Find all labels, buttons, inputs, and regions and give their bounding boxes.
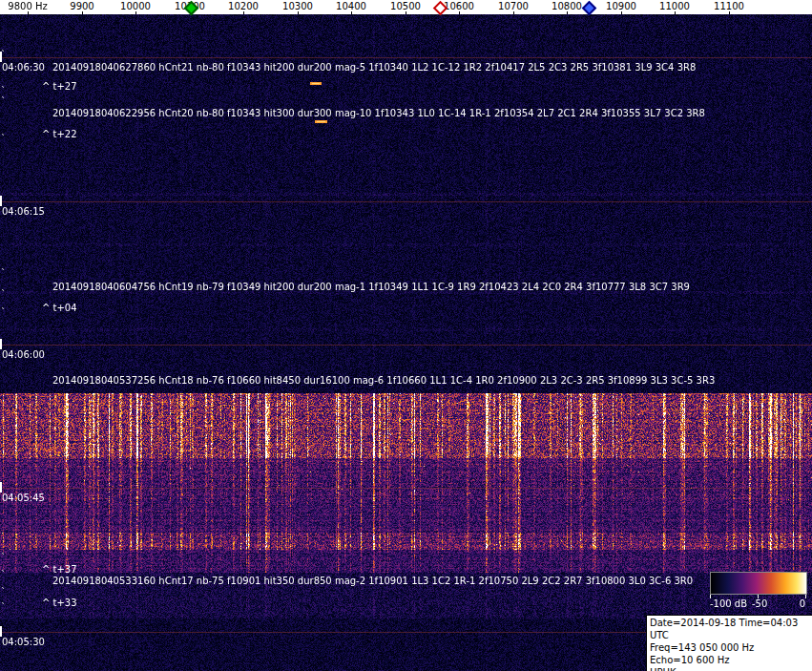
freq-tick-mark xyxy=(82,11,83,14)
freq-tick-label: 11100 xyxy=(714,1,744,11)
freq-tick-label: 10200 xyxy=(228,1,259,11)
event-annotation: 20140918040533160 hCnt17 nb-75 f10901 hi… xyxy=(52,576,693,586)
colorbar-mid-label: -50 xyxy=(752,598,767,609)
time-axis-label: 04:06:15 xyxy=(2,206,45,217)
edge-event-mark: ` xyxy=(1,289,6,300)
event-annotation: 20140918040537256 hCnt18 nb-76 f10660 hi… xyxy=(52,375,715,386)
info-echo-line: Echo=10 600 Hz xyxy=(650,654,810,666)
time-gridline xyxy=(0,201,812,202)
edge-event-mark: ` xyxy=(1,602,6,613)
event-annotation: 20140918040622956 hCnt20 nb-80 f10343 hi… xyxy=(52,108,705,118)
time-axis-label: 04:06:30 xyxy=(2,62,45,73)
freq-tick-label: 10600 xyxy=(444,1,474,11)
edge-event-mark: ` xyxy=(1,50,6,60)
edge-event-mark: ` xyxy=(1,86,6,96)
event-time-offset: ^ t+27 xyxy=(42,81,77,92)
time-gridline xyxy=(0,345,812,346)
freq-tick-label: 10300 xyxy=(282,1,313,11)
event-time-offset: ^ t+37 xyxy=(42,564,77,575)
freq-tick-label: 10000 xyxy=(120,1,151,11)
edge-event-mark: ` xyxy=(1,134,6,144)
spectrogram-display: 9800 Hz990010000101001020010300104001050… xyxy=(0,0,812,671)
freq-tick-label: 11000 xyxy=(659,1,690,11)
time-tick-mark xyxy=(0,482,2,493)
info-freq-line: Freq=143 050 000 Hz xyxy=(650,641,810,654)
edge-event-mark: ` xyxy=(1,96,6,107)
time-axis-label: 04:05:30 xyxy=(2,637,45,647)
freq-tick-label: 10400 xyxy=(336,1,366,11)
freq-tick-mark xyxy=(298,11,299,14)
freq-tick-mark xyxy=(406,11,406,14)
frequency-axis: 9800 Hz990010000101001020010300104001050… xyxy=(0,0,812,14)
freq-tick-label: 10700 xyxy=(498,1,529,11)
freq-tick-mark xyxy=(28,11,29,14)
freq-tick-mark xyxy=(567,11,568,14)
colorbar: -100 dB -50 0 xyxy=(710,572,807,610)
freq-tick-mark xyxy=(729,11,730,14)
edge-event-mark: ` xyxy=(1,268,6,279)
time-tick-mark xyxy=(0,196,2,206)
info-station-line: HPHK xyxy=(650,666,810,671)
edge-event-mark: ` xyxy=(1,587,6,598)
time-gridline xyxy=(0,488,812,489)
freq-tick-label: 9900 xyxy=(70,1,94,11)
freq-tick-label: 9800 Hz xyxy=(8,1,47,11)
freq-tick-label: 10500 xyxy=(390,1,421,11)
event-annotation: 20140918040627860 hCnt21 nb-80 f10343 hi… xyxy=(52,62,696,73)
colorbar-min-label: -100 dB xyxy=(710,598,747,609)
event-annotation: 20140918040604756 hCnt19 nb-79 f10349 hi… xyxy=(52,282,690,292)
info-box: Date=2014-09-18 Time=04:03 UTC Freq=143 … xyxy=(646,615,812,671)
freq-tick-mark xyxy=(351,11,352,14)
colorbar-labels: -100 dB -50 0 xyxy=(710,598,807,610)
edge-event-mark: ` xyxy=(1,307,6,318)
event-time-offset: ^ t+33 xyxy=(42,598,77,608)
freq-tick-mark xyxy=(675,11,676,14)
colorbar-max-label: 0 xyxy=(800,598,805,609)
event-time-offset: ^ t+22 xyxy=(42,129,77,139)
colorbar-gradient xyxy=(710,572,807,595)
time-gridline xyxy=(0,57,812,58)
time-tick-mark xyxy=(0,339,2,349)
edge-event-mark: ` xyxy=(1,570,6,580)
time-axis-label: 04:05:45 xyxy=(2,493,45,503)
info-date-line: Date=2014-09-18 Time=04:03 UTC xyxy=(650,617,810,641)
freq-tick-label: 10900 xyxy=(606,1,636,11)
time-axis-label: 04:06:00 xyxy=(2,349,45,360)
freq-tick-label: 10800 xyxy=(552,1,582,11)
edge-event-mark: ` xyxy=(1,553,6,563)
freq-tick-mark xyxy=(243,11,244,14)
freq-tick-mark xyxy=(513,11,514,14)
time-tick-mark xyxy=(0,626,2,637)
freq-tick-mark xyxy=(459,11,460,14)
freq-tick-mark xyxy=(621,11,622,14)
event-time-offset: ^ t+04 xyxy=(42,303,77,313)
freq-tick-mark xyxy=(135,11,136,14)
